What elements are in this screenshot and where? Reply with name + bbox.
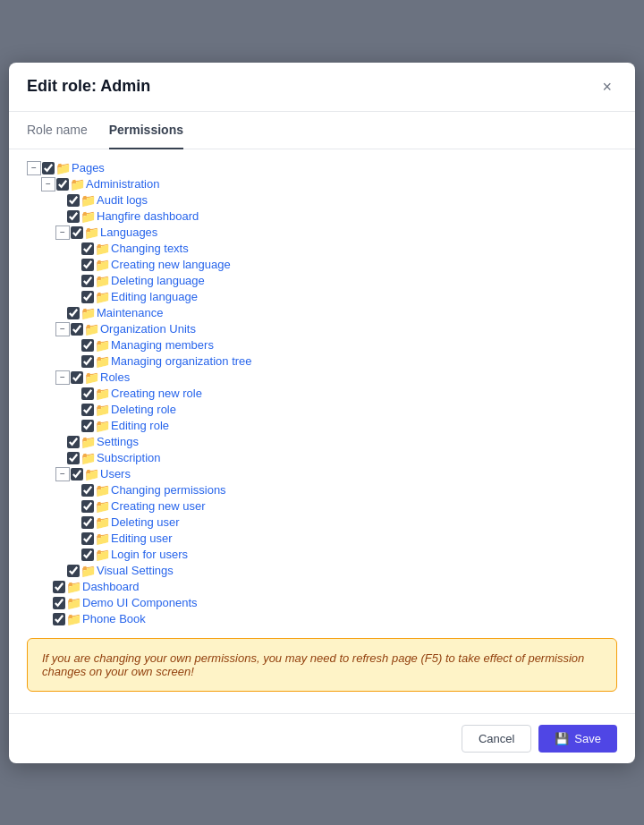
- label-phonebook[interactable]: Phone Book: [82, 612, 146, 625]
- tree-row-pages: − 📁 Pages: [27, 160, 617, 176]
- label-changingpermissions[interactable]: Changing permissions: [111, 483, 226, 497]
- cb-visualsettings[interactable]: [67, 565, 80, 577]
- save-label: Save: [574, 732, 601, 745]
- cb-createlang[interactable]: [81, 259, 94, 271]
- tab-permissions[interactable]: Permissions: [109, 112, 183, 149]
- cb-createnewuser[interactable]: [81, 500, 94, 513]
- cb-createrole[interactable]: [81, 387, 94, 400]
- warning-box: If you are changing your own permissions…: [27, 638, 617, 692]
- cb-subscription[interactable]: [67, 452, 80, 464]
- label-loginforusers[interactable]: Login for users: [111, 548, 188, 561]
- tree-row-visualsettings: 📁 Visual Settings: [55, 563, 617, 579]
- cb-settings[interactable]: [67, 436, 80, 448]
- label-languages[interactable]: Languages: [100, 225, 157, 239]
- cb-editrole[interactable]: [81, 420, 94, 432]
- tree-node-orgunits: − 📁 Organization Units 📁: [55, 321, 617, 370]
- cb-roles[interactable]: [71, 371, 83, 384]
- cb-changingpermissions[interactable]: [81, 484, 94, 497]
- tree-row-deletelang: 📁 Deleting language: [70, 273, 617, 289]
- tree-row-demouicomponents: 📁 Demo UI Components: [41, 595, 617, 611]
- tab-role-name[interactable]: Role name: [27, 112, 88, 149]
- cb-orgunits[interactable]: [71, 323, 83, 336]
- expand-languages[interactable]: −: [55, 225, 70, 240]
- cancel-button[interactable]: Cancel: [462, 725, 531, 753]
- tree-node-pages: − 📁 Pages − 📁 Administration: [27, 160, 617, 627]
- orgunits-children: 📁 Managing members 📁 Managing organizati…: [70, 337, 617, 370]
- label-auditlogs[interactable]: Audit logs: [97, 193, 148, 207]
- tree-row-changingtexts: 📁 Changing texts: [70, 241, 617, 257]
- cb-managingmembers[interactable]: [81, 339, 94, 352]
- tree-row-dashboard: 📁 Dashboard: [41, 579, 617, 595]
- label-managingtree[interactable]: Managing organization tree: [111, 354, 252, 368]
- cb-administration[interactable]: [56, 178, 69, 191]
- cb-deleteuser[interactable]: [81, 516, 94, 529]
- expand-orgunits[interactable]: −: [55, 322, 70, 336]
- cb-languages[interactable]: [71, 226, 83, 239]
- cb-demouicomponents[interactable]: [53, 597, 65, 609]
- tree-node-roles: − 📁 Roles 📁: [55, 370, 617, 434]
- tree-row-changingpermissions: 📁 Changing permissions: [70, 482, 617, 498]
- close-button[interactable]: ×: [597, 77, 617, 97]
- label-maintenance[interactable]: Maintenance: [97, 306, 163, 319]
- cb-managingtree[interactable]: [81, 355, 94, 368]
- expand-pages[interactable]: −: [27, 161, 41, 175]
- label-managingmembers[interactable]: Managing members: [111, 338, 214, 352]
- tree-row-maintenance: 📁 Maintenance: [55, 305, 617, 321]
- label-deleteuser[interactable]: Deleting user: [111, 515, 180, 529]
- pages-children: − 📁 Administration 📁 Audit logs: [41, 176, 617, 627]
- label-createrole[interactable]: Creating new role: [111, 387, 202, 400]
- tree-row-deleterole: 📁 Deleting role: [70, 402, 617, 418]
- tree-node-languages: − 📁 Languages 📁: [55, 225, 617, 305]
- save-icon: 💾: [555, 732, 569, 745]
- label-demouicomponents[interactable]: Demo UI Components: [82, 596, 198, 609]
- expand-roles[interactable]: −: [55, 370, 70, 385]
- modal-title: Edit role: Admin: [27, 77, 150, 96]
- label-createlang[interactable]: Creating new language: [111, 258, 231, 271]
- edit-role-modal: Edit role: Admin × Role name Permissions…: [9, 63, 635, 763]
- cb-dashboard[interactable]: [53, 581, 65, 593]
- label-settings[interactable]: Settings: [97, 435, 139, 448]
- tree-row-editlang: 📁 Editing language: [70, 289, 617, 305]
- label-visualsettings[interactable]: Visual Settings: [97, 564, 174, 577]
- tree-node-users: − 📁 Users 📁: [55, 466, 617, 563]
- label-deletelang[interactable]: Deleting language: [111, 274, 205, 287]
- label-pages[interactable]: Pages: [72, 161, 105, 174]
- cb-edituser[interactable]: [81, 532, 94, 545]
- tree-row-subscription: 📁 Subscription: [55, 450, 617, 466]
- label-roles[interactable]: Roles: [100, 370, 130, 384]
- roles-children: 📁 Creating new role 📁 Deleting role: [70, 386, 617, 434]
- cb-loginforusers[interactable]: [81, 549, 94, 561]
- cb-hangfire[interactable]: [67, 210, 80, 223]
- administration-children: 📁 Audit logs 📁 Hangfire dashboard: [55, 192, 617, 579]
- expand-administration[interactable]: −: [41, 177, 55, 191]
- label-editlang[interactable]: Editing language: [111, 290, 198, 303]
- expand-users[interactable]: −: [55, 467, 70, 481]
- tree-row-managingmembers: 📁 Managing members: [70, 337, 617, 353]
- cb-pages[interactable]: [42, 162, 55, 174]
- tree-row-auditlogs: 📁 Audit logs: [55, 192, 617, 208]
- label-editrole[interactable]: Editing role: [111, 419, 169, 432]
- cb-auditlogs[interactable]: [67, 194, 80, 207]
- cb-maintenance[interactable]: [67, 307, 80, 319]
- save-button[interactable]: 💾 Save: [538, 725, 617, 753]
- label-subscription[interactable]: Subscription: [97, 451, 161, 464]
- tree-row-settings: 📁 Settings: [55, 434, 617, 450]
- tree-row-managingtree: 📁 Managing organization tree: [70, 353, 617, 370]
- languages-children: 📁 Changing texts 📁 Creating new language: [70, 241, 617, 305]
- label-deleterole[interactable]: Deleting role: [111, 403, 176, 416]
- cb-users[interactable]: [71, 468, 83, 481]
- label-orgunits[interactable]: Organization Units: [100, 322, 196, 336]
- cb-editlang[interactable]: [81, 291, 94, 303]
- cb-phonebook[interactable]: [53, 613, 65, 625]
- label-changingtexts[interactable]: Changing texts: [111, 242, 189, 255]
- cb-deleterole[interactable]: [81, 404, 94, 416]
- label-dashboard[interactable]: Dashboard: [82, 580, 140, 593]
- cb-changingtexts[interactable]: [81, 242, 94, 255]
- label-createnewuser[interactable]: Creating new user: [111, 499, 206, 513]
- label-hangfire[interactable]: Hangfire dashboard: [97, 209, 199, 223]
- cb-deletelang[interactable]: [81, 275, 94, 287]
- label-users[interactable]: Users: [100, 467, 131, 481]
- label-edituser[interactable]: Editing user: [111, 532, 173, 545]
- warning-text: If you are changing your own permissions…: [42, 651, 584, 678]
- label-administration[interactable]: Administration: [86, 177, 159, 191]
